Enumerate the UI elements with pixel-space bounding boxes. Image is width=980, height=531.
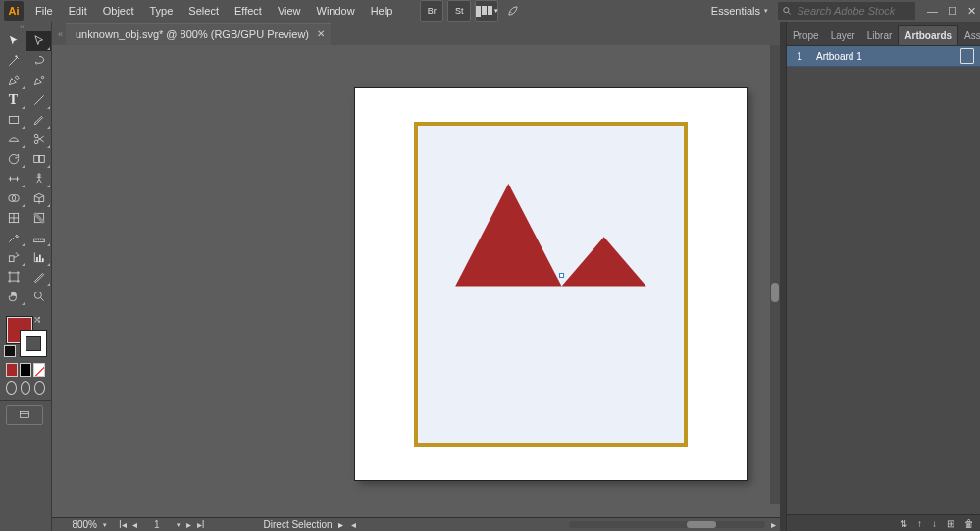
- menu-file[interactable]: File: [27, 0, 61, 22]
- artboard-row[interactable]: 1 Artboard 1: [787, 46, 980, 67]
- last-artboard-button[interactable]: ▸I: [197, 519, 205, 530]
- column-graph-tool[interactable]: [26, 247, 51, 267]
- tab-asset-export[interactable]: Asset: [958, 26, 980, 45]
- artboard-tool[interactable]: [1, 267, 26, 287]
- rotate-tool[interactable]: [1, 149, 26, 169]
- selection-tool[interactable]: [1, 31, 26, 51]
- zoom-control[interactable]: 800% ▾: [52, 519, 111, 530]
- draw-behind-button[interactable]: [21, 381, 31, 395]
- symbol-sprayer-tool[interactable]: [1, 247, 26, 267]
- zoom-tool[interactable]: [26, 287, 51, 306]
- swap-fill-stroke[interactable]: ⤭: [33, 314, 41, 325]
- tab-libraries[interactable]: Librar: [861, 26, 899, 45]
- vertical-scrollbar[interactable]: [770, 45, 780, 504]
- vertical-scroll-thumb[interactable]: [771, 283, 779, 302]
- rearrange-artboards-button[interactable]: ⇅: [900, 518, 907, 529]
- lasso-tool[interactable]: [26, 51, 51, 71]
- gpu-performance-button[interactable]: [502, 1, 524, 21]
- gradient-tool[interactable]: [26, 208, 51, 228]
- delete-artboard-button[interactable]: 🗑: [964, 518, 974, 529]
- draw-inside-button[interactable]: [34, 381, 45, 395]
- none-mode-button[interactable]: [33, 363, 45, 377]
- width-tool[interactable]: [1, 169, 26, 188]
- bridge-button[interactable]: Br: [420, 0, 443, 22]
- default-fill-stroke[interactable]: [4, 345, 16, 357]
- window-close[interactable]: ✕: [967, 5, 976, 18]
- rectangle-tool[interactable]: [1, 110, 26, 130]
- horizontal-scroll-left[interactable]: ◂: [351, 519, 356, 530]
- hand-tool[interactable]: [1, 287, 26, 306]
- horizontal-scrollbar[interactable]: [569, 521, 765, 528]
- free-transform-tool[interactable]: [26, 169, 51, 188]
- slice-tool[interactable]: [26, 267, 51, 287]
- magic-wand-tool[interactable]: [1, 51, 26, 71]
- type-tool[interactable]: T: [1, 90, 26, 110]
- stroke-swatch[interactable]: [20, 330, 47, 357]
- pen-tool[interactable]: [1, 71, 26, 90]
- artboard-options-icon[interactable]: [960, 48, 974, 64]
- arrange-documents-button[interactable]: ▾: [475, 0, 498, 22]
- tab-properties[interactable]: Prope: [787, 26, 825, 45]
- color-mode-button[interactable]: [6, 363, 18, 377]
- next-artboard-button[interactable]: ▸: [186, 519, 191, 530]
- horizontal-scroll-right[interactable]: ▸: [771, 519, 776, 530]
- screen-mode-button[interactable]: [6, 405, 43, 425]
- line-segment-tool[interactable]: [26, 90, 51, 110]
- menu-effect[interactable]: Effect: [227, 0, 270, 22]
- move-up-button[interactable]: ↑: [917, 518, 922, 529]
- search-icon: [782, 5, 792, 17]
- triangle-small[interactable]: [562, 237, 646, 286]
- draw-normal-button[interactable]: [6, 381, 17, 395]
- tools-panel-grip[interactable]: « ··: [0, 22, 51, 31]
- brush-icon: [32, 113, 46, 127]
- perspective-grid-tool[interactable]: [26, 188, 51, 208]
- shape-builder-tool[interactable]: [1, 188, 26, 208]
- tab-artboards[interactable]: Artboards: [898, 25, 958, 45]
- menu-edit[interactable]: Edit: [61, 0, 95, 22]
- menu-window[interactable]: Window: [309, 0, 363, 22]
- menu-help[interactable]: Help: [363, 0, 401, 22]
- fill-stroke-swatches[interactable]: ⤭: [0, 312, 51, 361]
- workspace-switcher[interactable]: Essentials ▾: [701, 5, 778, 17]
- close-tab-button[interactable]: ✕: [317, 28, 325, 39]
- menu-type[interactable]: Type: [142, 0, 181, 22]
- move-down-button[interactable]: ↓: [932, 518, 937, 529]
- gradient-mode-button[interactable]: [20, 363, 31, 377]
- scale-tool[interactable]: [26, 149, 51, 169]
- horizontal-scroll-thumb[interactable]: [687, 521, 716, 528]
- tools-panel: « ·· T: [0, 22, 52, 531]
- canvas-area[interactable]: [52, 45, 780, 517]
- prev-artboard-button[interactable]: ◂: [132, 519, 137, 530]
- screen-icon: [18, 409, 31, 421]
- new-artboard-button[interactable]: ⊞: [947, 518, 954, 529]
- status-menu-button[interactable]: ▸: [338, 519, 343, 530]
- window-minimize[interactable]: —: [927, 5, 938, 17]
- search-stock-input[interactable]: [795, 4, 911, 18]
- artboard-row-name[interactable]: Artboard 1: [816, 51, 951, 62]
- curvature-tool[interactable]: [26, 71, 51, 90]
- document-tab[interactable]: unknown_obj.svg* @ 800% (RGB/GPU Preview…: [66, 23, 331, 45]
- artwork-rectangle[interactable]: [414, 122, 688, 447]
- menu-object[interactable]: Object: [95, 0, 142, 22]
- first-artboard-button[interactable]: I◂: [119, 519, 127, 530]
- artboard[interactable]: [355, 88, 747, 480]
- artboard-page-field[interactable]: 1: [143, 519, 171, 530]
- blend-tool[interactable]: [26, 228, 51, 247]
- rectangle-icon: [7, 113, 21, 127]
- shaper-tool[interactable]: [1, 130, 26, 149]
- direct-selection-tool[interactable]: [26, 31, 51, 51]
- menu-view[interactable]: View: [270, 0, 309, 22]
- triangle-large[interactable]: [455, 184, 561, 286]
- search-stock[interactable]: [778, 2, 915, 20]
- tab-layers[interactable]: Layer: [825, 26, 861, 45]
- anchor-point[interactable]: [560, 273, 564, 277]
- eyedropper-tool[interactable]: [1, 228, 26, 247]
- eraser-tool[interactable]: [26, 130, 51, 149]
- mesh-tool[interactable]: [1, 208, 26, 228]
- stock-button[interactable]: St: [447, 0, 471, 22]
- window-maximize[interactable]: ☐: [948, 5, 957, 18]
- svg-rect-5: [33, 156, 38, 163]
- paintbrush-tool[interactable]: [26, 110, 51, 130]
- menu-select[interactable]: Select: [181, 0, 227, 22]
- tools-collapse-toggle[interactable]: «: [52, 24, 66, 45]
